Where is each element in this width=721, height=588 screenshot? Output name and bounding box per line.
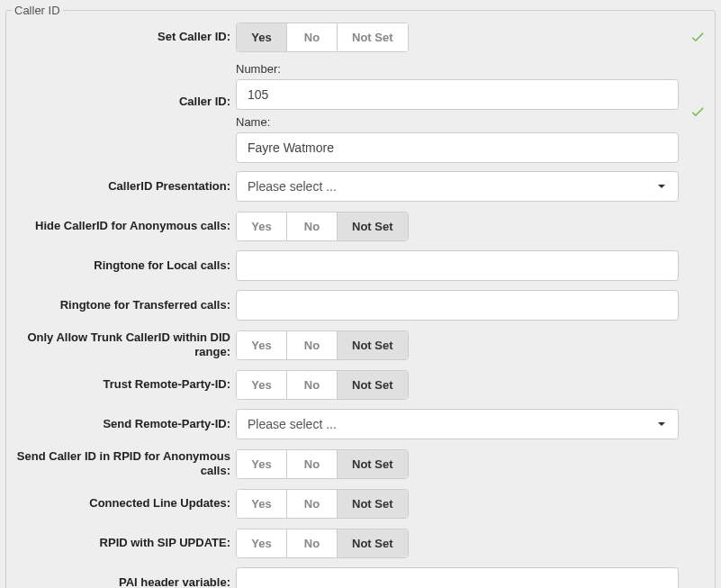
row-send-rpid: Send Remote-Party-ID: Please select ... bbox=[6, 404, 715, 444]
trust-rpid-no[interactable]: No bbox=[287, 371, 338, 399]
row-caller-id: Caller ID: Number: Name: bbox=[6, 57, 715, 167]
caller-id-name-label: Name: bbox=[236, 115, 679, 129]
rpid-sip-update-not-set[interactable]: Not Set bbox=[338, 529, 408, 557]
label-send-cid-rpid-anon: Send Caller ID in RPID for Anonymous cal… bbox=[6, 446, 236, 481]
label-ringtone-transferred: Ringtone for Transferred calls: bbox=[6, 294, 236, 316]
row-trust-rpid: Trust Remote-Party-ID: Yes No Not Set bbox=[6, 365, 715, 404]
row-connected-line-updates: Connected Line Updates: Yes No Not Set bbox=[6, 484, 715, 523]
send-cid-rpid-anon-yes[interactable]: Yes bbox=[237, 450, 287, 478]
hide-callerid-anonymous-no[interactable]: No bbox=[287, 213, 338, 240]
ringtone-local-input[interactable] bbox=[236, 250, 679, 281]
callerid-presentation-select[interactable]: Please select ... bbox=[236, 171, 679, 202]
label-hide-callerid-anonymous: Hide CallerID for Anonymous calls: bbox=[6, 215, 236, 237]
send-cid-rpid-anon-group: Yes No Not Set bbox=[236, 449, 409, 479]
label-trust-rpid: Trust Remote-Party-ID: bbox=[6, 374, 236, 395]
callerid-presentation-value: Please select ... bbox=[248, 179, 337, 194]
send-cid-rpid-anon-no[interactable]: No bbox=[287, 450, 338, 478]
label-rpid-sip-update: RPID with SIP UPDATE: bbox=[6, 532, 236, 554]
only-allow-trunk-did-group: Yes No Not Set bbox=[236, 330, 409, 360]
set-caller-id-yes[interactable]: Yes bbox=[237, 23, 287, 51]
set-caller-id-group: Yes No Not Set bbox=[236, 23, 409, 52]
label-connected-line-updates: Connected Line Updates: bbox=[6, 493, 236, 514]
check-icon bbox=[689, 29, 706, 45]
pai-header-variable-input[interactable] bbox=[236, 567, 679, 588]
trust-rpid-not-set[interactable]: Not Set bbox=[338, 371, 408, 399]
label-only-allow-trunk-did: Only Allow Trunk CallerID within DID ran… bbox=[6, 327, 236, 362]
send-cid-rpid-anon-not-set[interactable]: Not Set bbox=[338, 450, 408, 478]
connected-line-updates-yes[interactable]: Yes bbox=[237, 490, 287, 518]
caller-id-number-input[interactable] bbox=[236, 79, 679, 110]
only-allow-trunk-did-yes[interactable]: Yes bbox=[237, 331, 287, 359]
rpid-sip-update-group: Yes No Not Set bbox=[236, 529, 409, 558]
label-set-caller-id: Set Caller ID: bbox=[6, 26, 236, 48]
label-ringtone-local: Ringtone for Local calls: bbox=[6, 255, 236, 276]
caller-id-name-input[interactable] bbox=[236, 132, 679, 163]
connected-line-updates-group: Yes No Not Set bbox=[236, 489, 409, 519]
trust-rpid-group: Yes No Not Set bbox=[236, 370, 409, 400]
chevron-down-icon bbox=[658, 422, 665, 426]
label-send-rpid: Send Remote-Party-ID: bbox=[6, 413, 236, 435]
connected-line-updates-no[interactable]: No bbox=[287, 490, 338, 518]
row-ringtone-transferred: Ringtone for Transferred calls: bbox=[6, 285, 715, 325]
rpid-sip-update-yes[interactable]: Yes bbox=[237, 529, 287, 557]
hide-callerid-anonymous-group: Yes No Not Set bbox=[236, 212, 409, 241]
hide-callerid-anonymous-yes[interactable]: Yes bbox=[237, 213, 287, 240]
set-caller-id-no[interactable]: No bbox=[287, 23, 338, 51]
row-hide-callerid-anonymous: Hide CallerID for Anonymous calls: Yes N… bbox=[6, 206, 715, 246]
check-icon bbox=[689, 104, 706, 120]
caller-id-panel: Caller ID Set Caller ID: Yes No Not Set … bbox=[5, 4, 716, 588]
hide-callerid-anonymous-not-set[interactable]: Not Set bbox=[338, 213, 408, 240]
row-callerid-presentation: CallerID Presentation: Please select ... bbox=[6, 167, 715, 206]
trust-rpid-yes[interactable]: Yes bbox=[237, 371, 287, 399]
row-rpid-sip-update: RPID with SIP UPDATE: Yes No Not Set bbox=[6, 523, 715, 563]
chevron-down-icon bbox=[658, 185, 665, 188]
send-rpid-value: Please select ... bbox=[248, 417, 337, 431]
rpid-sip-update-no[interactable]: No bbox=[287, 529, 338, 557]
send-rpid-select[interactable]: Please select ... bbox=[236, 409, 679, 439]
only-allow-trunk-did-no[interactable]: No bbox=[287, 331, 338, 359]
row-pai-header-variable: PAI header variable: bbox=[6, 563, 715, 588]
label-pai-header-variable: PAI header variable: bbox=[6, 572, 236, 588]
set-caller-id-not-set[interactable]: Not Set bbox=[338, 23, 408, 51]
row-set-caller-id: Set Caller ID: Yes No Not Set bbox=[6, 17, 715, 57]
panel-legend: Caller ID bbox=[12, 4, 63, 17]
ringtone-transferred-input[interactable] bbox=[236, 290, 679, 321]
connected-line-updates-not-set[interactable]: Not Set bbox=[338, 490, 408, 518]
row-ringtone-local: Ringtone for Local calls: bbox=[6, 246, 715, 285]
label-caller-id: Caller ID: bbox=[6, 57, 236, 113]
label-callerid-presentation: CallerID Presentation: bbox=[6, 176, 236, 197]
caller-id-number-label: Number: bbox=[236, 62, 679, 76]
row-send-cid-rpid-anon: Send Caller ID in RPID for Anonymous cal… bbox=[6, 444, 715, 484]
row-only-allow-trunk-did: Only Allow Trunk CallerID within DID ran… bbox=[6, 325, 715, 365]
only-allow-trunk-did-not-set[interactable]: Not Set bbox=[338, 331, 408, 359]
